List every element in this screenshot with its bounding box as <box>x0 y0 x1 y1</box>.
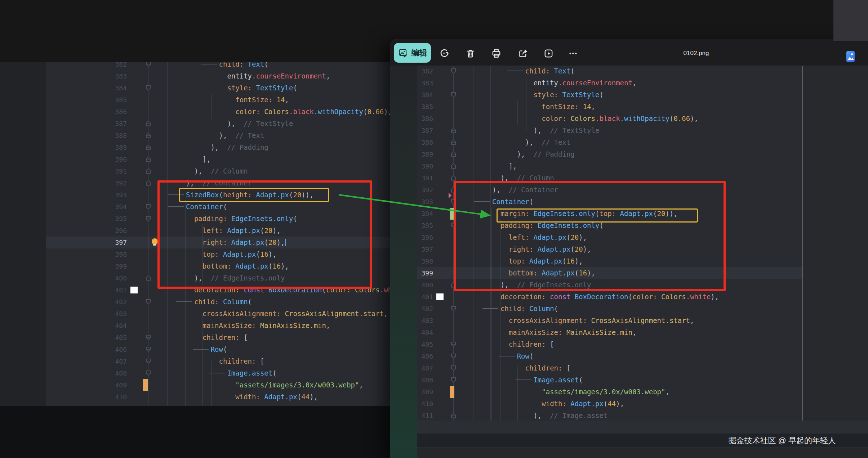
line-number[interactable]: 384 <box>417 89 433 101</box>
photo-thumbnail-icon[interactable] <box>846 51 855 62</box>
fold-toggle-icon[interactable] <box>146 62 151 67</box>
line-number[interactable]: 387 <box>417 125 433 136</box>
code-line[interactable]: ], <box>492 160 517 172</box>
line-number[interactable]: 391 <box>98 165 127 177</box>
code-line[interactable]: child: Column( <box>186 296 252 308</box>
fold-toggle-icon[interactable] <box>146 133 151 138</box>
fold-toggle-icon[interactable] <box>146 121 151 126</box>
fold-toggle-icon[interactable] <box>146 359 151 364</box>
line-number[interactable]: 406 <box>417 350 433 362</box>
line-number[interactable]: 411 <box>417 410 433 421</box>
more-button[interactable] <box>567 47 579 59</box>
line-number[interactable]: 396 <box>417 232 433 243</box>
print-button[interactable] <box>490 47 502 59</box>
code-line[interactable]: children: [ <box>186 332 248 344</box>
line-number[interactable]: 399 <box>417 267 433 279</box>
fold-toggle-icon[interactable] <box>146 371 151 376</box>
code-line[interactable]: Row( <box>492 350 533 362</box>
rotate-button[interactable] <box>438 47 450 59</box>
fold-toggle-icon[interactable] <box>146 335 151 340</box>
line-number[interactable]: 395 <box>98 213 127 225</box>
line-number[interactable]: 397 <box>417 243 433 255</box>
code-line[interactable]: ), // TextStyle <box>492 125 599 136</box>
delete-button[interactable] <box>464 47 476 59</box>
code-line[interactable]: ), // Padding <box>186 142 268 153</box>
line-number[interactable]: 398 <box>417 255 433 267</box>
line-number[interactable]: 391 <box>417 172 433 184</box>
line-number[interactable]: 387 <box>98 118 127 130</box>
line-number[interactable]: 401 <box>98 284 127 296</box>
fold-toggle-icon[interactable] <box>146 85 151 91</box>
line-number[interactable]: 410 <box>417 398 433 410</box>
fold-toggle-icon[interactable] <box>146 169 151 174</box>
line-number[interactable]: 404 <box>417 327 433 338</box>
code-line[interactable]: crossAxisAlignment: CrossAxisAlignment.s… <box>186 308 388 320</box>
code-line[interactable]: ), // Text <box>492 136 570 148</box>
line-number[interactable]: 389 <box>98 142 127 153</box>
code-line[interactable]: ), // Column <box>186 165 248 177</box>
line-number[interactable]: 409 <box>417 386 433 398</box>
line-number[interactable]: 405 <box>417 338 433 350</box>
line-number[interactable]: 399 <box>98 260 127 272</box>
fold-toggle-icon[interactable] <box>451 128 456 133</box>
code-line[interactable]: child: Text( <box>492 66 575 77</box>
line-number[interactable]: 383 <box>417 77 433 89</box>
line-number[interactable]: 407 <box>98 355 127 367</box>
code-line[interactable]: style: TextStyle( <box>186 82 297 94</box>
code-line[interactable]: fontSize: 14, <box>492 101 595 113</box>
line-number[interactable]: 406 <box>98 344 127 355</box>
code-line[interactable]: children: [ <box>186 355 264 367</box>
code-line[interactable]: fontSize: 14, <box>186 94 289 106</box>
line-number[interactable]: 393 <box>417 196 433 208</box>
fold-toggle-icon[interactable] <box>146 145 151 150</box>
code-line[interactable]: entity.courseEnvironment, <box>492 77 636 89</box>
code-line[interactable]: ), // Text <box>186 130 264 142</box>
code-line[interactable]: child: Column( <box>492 303 558 315</box>
fold-toggle-icon[interactable] <box>146 406 151 407</box>
code-line[interactable]: width: Adapt.px(44), <box>186 391 318 403</box>
line-number[interactable]: 408 <box>98 367 127 379</box>
fold-toggle-icon[interactable] <box>146 180 151 186</box>
code-line[interactable]: Image.asset( <box>186 367 277 379</box>
code-line[interactable]: width: Adapt.px(44), <box>492 398 624 410</box>
code-line[interactable]: ), // TextStyle <box>186 118 293 130</box>
code-line[interactable]: ), // Image.asset <box>186 403 301 407</box>
line-number[interactable]: 402 <box>98 296 127 308</box>
code-line[interactable]: entity.courseEnvironment, <box>186 70 330 82</box>
line-number[interactable]: 392 <box>98 177 127 189</box>
line-number[interactable]: 385 <box>417 101 433 113</box>
code-line[interactable]: ), // Padding <box>492 148 575 160</box>
video-button[interactable] <box>542 47 555 59</box>
line-number[interactable]: 393 <box>98 189 127 201</box>
line-number[interactable]: 382 <box>98 62 127 70</box>
line-number[interactable]: 386 <box>98 106 127 118</box>
line-number[interactable]: 400 <box>417 279 433 291</box>
line-number[interactable]: 394 <box>417 208 433 220</box>
line-number[interactable]: 403 <box>417 315 433 327</box>
fold-toggle-icon[interactable] <box>451 152 456 157</box>
line-number[interactable]: 408 <box>417 374 433 386</box>
fold-toggle-icon[interactable] <box>451 68 456 74</box>
fold-toggle-icon[interactable] <box>146 204 151 210</box>
fold-toggle-icon[interactable] <box>146 347 151 352</box>
code-line[interactable]: crossAxisAlignment: CrossAxisAlignment.s… <box>492 315 694 327</box>
code-line[interactable]: "assets/images/3.0x/w003.webp", <box>186 379 363 391</box>
line-number[interactable]: 400 <box>98 272 127 284</box>
code-line[interactable]: "assets/images/3.0x/w003.webp", <box>492 386 669 398</box>
code-line[interactable]: decoration: const BoxDecoration(color: C… <box>492 291 719 303</box>
line-number[interactable]: 401 <box>417 291 433 303</box>
code-line[interactable]: Row( <box>186 344 227 355</box>
line-number[interactable]: 411 <box>98 403 127 407</box>
line-number[interactable]: 392 <box>417 184 433 196</box>
line-number[interactable]: 386 <box>417 113 433 125</box>
fold-toggle-icon[interactable] <box>451 342 456 347</box>
line-number[interactable]: 394 <box>98 201 127 213</box>
line-number[interactable]: 405 <box>98 332 127 344</box>
line-number[interactable]: 385 <box>98 94 127 106</box>
line-number[interactable]: 382 <box>417 66 433 77</box>
code-line[interactable]: style: TextStyle( <box>492 89 604 101</box>
line-number[interactable]: 402 <box>417 303 433 315</box>
line-number[interactable]: 390 <box>98 153 127 165</box>
fold-toggle-icon[interactable] <box>451 354 456 359</box>
intention-lightbulb-icon[interactable] <box>152 238 158 244</box>
